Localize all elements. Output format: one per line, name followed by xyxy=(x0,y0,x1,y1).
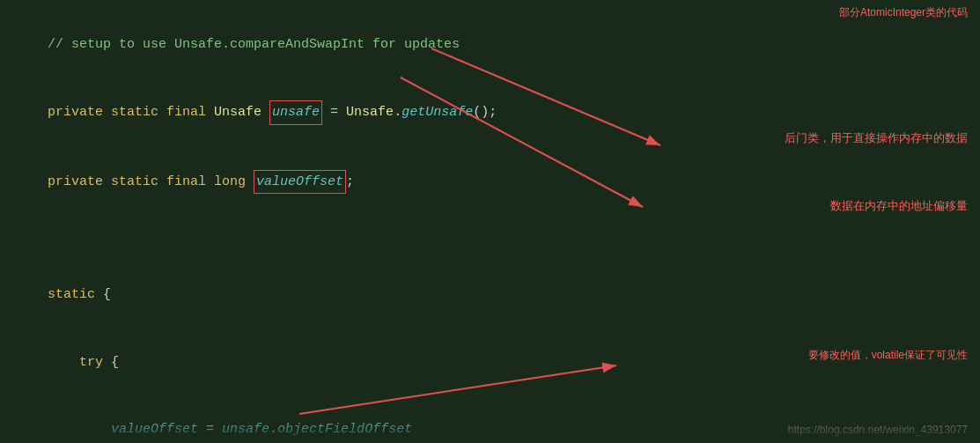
code-line-3: private static final long valueOffset; xyxy=(16,147,964,217)
annotation-offset: 数据在内存中的地址偏移量 xyxy=(830,198,968,214)
kw-private: private xyxy=(48,105,111,120)
code-area: // setup to use Unsafe.compareAndSwapInt… xyxy=(0,0,980,443)
code-line-6: static { xyxy=(16,262,964,329)
code-line-5 xyxy=(16,239,964,262)
highlighted-valueoffset: valueOffset xyxy=(254,170,346,195)
url-label: https://blog.csdn.net/weixin_43913077 xyxy=(788,424,968,436)
kw-final: final xyxy=(166,105,214,120)
code-line-1: // setup to use Unsafe.compareAndSwapInt… xyxy=(16,11,964,78)
code-line-4 xyxy=(16,217,964,240)
comment-text: // setup to use Unsafe.compareAndSwapInt… xyxy=(48,37,460,52)
annotation-volatile: 要修改的值，volatile保证了可见性 xyxy=(808,348,968,363)
kw-static: static xyxy=(111,105,166,120)
annotation-backdoor: 后门类，用于直接操作内存中的数据 xyxy=(785,130,968,146)
top-right-annotation: 部分AtomicInteger类的代码 xyxy=(839,5,968,20)
type-unsafe: Unsafe xyxy=(214,105,269,120)
highlighted-unsafe: unsafe xyxy=(269,100,322,125)
